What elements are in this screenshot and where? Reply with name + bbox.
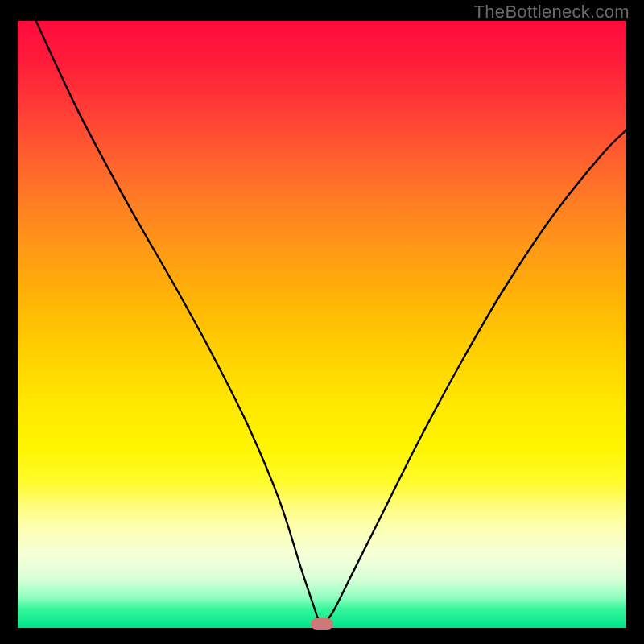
plot-area [18,21,626,628]
chart-frame: TheBottleneck.com [0,0,644,644]
optimal-point-marker [311,618,333,630]
watermark-text: TheBottleneck.com [474,2,630,23]
bottleneck-curve [18,21,626,628]
